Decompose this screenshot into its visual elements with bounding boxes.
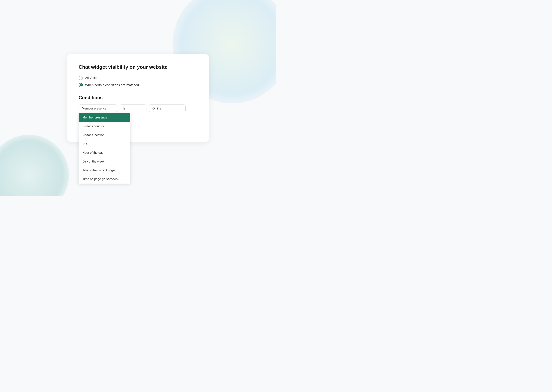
condition-type-select-wrapper[interactable]: Member presence Visitor's country Visito… <box>79 105 117 112</box>
radio-circle-all-visitors <box>79 76 83 80</box>
condition-val-select[interactable]: Online Offline <box>149 105 186 112</box>
radio-label-all-visitors: All Visitors <box>85 76 100 80</box>
dropdown-item-visitors-country[interactable]: Visitor's country <box>79 122 130 131</box>
radio-conditions[interactable]: When certain conditions are matched <box>79 83 197 87</box>
dropdown-item-member-presence[interactable]: Member presence <box>79 113 130 122</box>
card-title: Chat widget visibility on your website <box>79 64 197 70</box>
radio-all-visitors[interactable]: All Visitors <box>79 76 197 80</box>
dropdown-item-time-on-page[interactable]: Time on page (in seconds) <box>79 175 130 183</box>
dropdown-item-url[interactable]: URL <box>79 140 130 148</box>
dropdown-item-visitors-location[interactable]: Visitor's location <box>79 131 130 140</box>
condition-type-dropdown-menu: Member presence Visitor's country Visito… <box>79 113 130 183</box>
dropdown-item-title-current-page[interactable]: Title of the current page <box>79 166 130 175</box>
dropdown-item-hour-of-day[interactable]: Hour of the day <box>79 148 130 157</box>
main-card: Chat widget visibility on your website A… <box>67 54 209 142</box>
visibility-radio-group: All Visitors When certain conditions are… <box>79 76 197 87</box>
condition-val-select-wrapper[interactable]: Online Offline ⌄ <box>149 105 186 112</box>
condition-op-select-wrapper[interactable]: Is Is not ⌄ <box>120 105 146 112</box>
radio-circle-conditions <box>79 83 83 87</box>
bg-circle-bottom-left <box>0 135 69 196</box>
condition-row: Member presence Visitor's country Visito… <box>79 105 197 112</box>
condition-type-select[interactable]: Member presence Visitor's country Visito… <box>79 105 117 112</box>
conditions-title: Conditions <box>79 95 197 100</box>
conditions-section: Conditions Member presence Visitor's cou… <box>79 95 197 112</box>
radio-label-conditions: When certain conditions are matched <box>85 83 139 87</box>
dropdown-item-day-of-week[interactable]: Day of the week <box>79 157 130 166</box>
condition-type-wrapper: Member presence Visitor's country Visito… <box>79 105 117 112</box>
condition-op-select[interactable]: Is Is not <box>120 105 146 112</box>
